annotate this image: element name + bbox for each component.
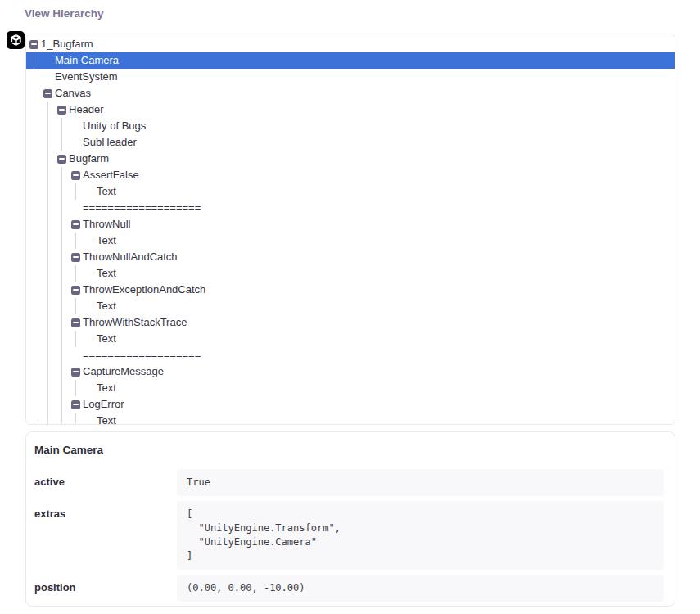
- indent-spacer: [85, 269, 94, 278]
- tree-node[interactable]: 1_Bugfarm: [29, 36, 675, 52]
- tree-node[interactable]: Text: [85, 183, 675, 200]
- tree-node[interactable]: Text: [85, 331, 675, 347]
- tree-node[interactable]: Canvas: [43, 85, 675, 102]
- tree-node[interactable]: SubHeader: [71, 134, 675, 151]
- tree-node-label: EventSystem: [55, 69, 118, 85]
- tree-node-label: Text: [97, 298, 116, 314]
- tree-node[interactable]: LogError: [71, 396, 675, 413]
- collapse-minus-icon[interactable]: [71, 286, 80, 295]
- detail-key: extras: [34, 501, 177, 570]
- tree-node-label: ===================: [83, 200, 201, 216]
- collapse-minus-icon[interactable]: [71, 220, 80, 229]
- tree-node[interactable]: Unity of Bugs: [71, 118, 675, 134]
- tree-node[interactable]: EventSystem: [43, 69, 675, 85]
- indent-spacer: [85, 417, 94, 426]
- detail-key: position: [34, 575, 177, 602]
- collapse-minus-icon[interactable]: [71, 171, 80, 180]
- collapse-minus-icon[interactable]: [71, 318, 80, 327]
- tree-node-label: Text: [97, 183, 116, 200]
- indent-spacer: [85, 237, 94, 246]
- tree-node[interactable]: Bugfarm: [57, 151, 675, 167]
- indent-spacer: [85, 335, 94, 344]
- tree-node-label: LogError: [83, 396, 124, 413]
- tree-node-label: Text: [97, 233, 116, 249]
- tree-node-label: ThrowNullAndCatch: [83, 249, 178, 265]
- tree-node[interactable]: ===================: [71, 347, 675, 363]
- tree-node-label: Text: [97, 380, 116, 396]
- unity-logo-icon: [7, 31, 25, 49]
- tree-node[interactable]: AssertFalse: [71, 167, 675, 183]
- tree-node-label: SubHeader: [83, 134, 137, 151]
- details-rows: activeTrueextras[ "UnityEngine.Transform…: [34, 469, 664, 602]
- tree-node-label: CaptureMessage: [83, 363, 164, 380]
- collapse-minus-icon[interactable]: [71, 368, 80, 377]
- tree-node[interactable]: Text: [85, 413, 675, 425]
- tree-node[interactable]: Main Camera: [43, 52, 675, 69]
- details-panel: Main Camera activeTrueextras[ "UnityEngi…: [25, 431, 675, 607]
- tree-node-label: ThrowNull: [83, 216, 131, 233]
- tree-node[interactable]: ThrowExceptionAndCatch: [71, 282, 675, 298]
- detail-row: extras[ "UnityEngine.Transform", "UnityE…: [34, 501, 664, 570]
- detail-value: True: [177, 469, 664, 496]
- tree-node-label: Header: [69, 102, 104, 118]
- detail-key: active: [34, 469, 177, 496]
- tree-node-label: ===================: [83, 347, 201, 363]
- hierarchy-tree[interactable]: 1_BugfarmMain CameraEventSystemCanvasHea…: [25, 34, 675, 425]
- tree-node-label: Unity of Bugs: [83, 118, 146, 134]
- detail-row: position(0.00, 0.00, -10.00): [34, 575, 664, 602]
- indent-spacer: [71, 122, 80, 131]
- collapse-minus-icon[interactable]: [57, 155, 66, 164]
- collapse-minus-icon[interactable]: [29, 40, 38, 49]
- tree-node[interactable]: Text: [85, 380, 675, 396]
- indent-spacer: [85, 384, 94, 393]
- collapse-minus-icon[interactable]: [57, 106, 66, 115]
- details-title: Main Camera: [34, 444, 664, 456]
- tree-node[interactable]: ===================: [71, 200, 675, 216]
- tree-node[interactable]: Text: [85, 265, 675, 282]
- tree-node-label: Main Camera: [55, 52, 119, 69]
- tree-node-label: Canvas: [55, 85, 91, 102]
- collapse-minus-icon[interactable]: [71, 253, 80, 262]
- tree-node[interactable]: Text: [85, 233, 675, 249]
- tree-node[interactable]: Text: [85, 298, 675, 314]
- tree-node-label: Bugfarm: [69, 151, 109, 167]
- detail-value: [ "UnityEngine.Transform", "UnityEngine.…: [177, 501, 664, 570]
- tree-node-label: 1_Bugfarm: [41, 36, 93, 52]
- indent-spacer: [71, 138, 80, 147]
- indent-spacer: [71, 204, 80, 213]
- tree-node-label: ThrowWithStackTrace: [83, 314, 187, 331]
- tree-node-label: Text: [97, 331, 116, 347]
- collapse-minus-icon[interactable]: [71, 400, 80, 409]
- tree-node-label: Text: [97, 413, 116, 425]
- tree-node-label: Text: [97, 265, 116, 282]
- tree-node[interactable]: Header: [57, 102, 675, 118]
- tree-node-label: ThrowExceptionAndCatch: [83, 282, 205, 298]
- collapse-minus-icon[interactable]: [43, 89, 52, 98]
- indent-spacer: [85, 187, 94, 196]
- detail-value: (0.00, 0.00, -10.00): [177, 575, 664, 602]
- indent-spacer: [71, 351, 80, 360]
- indent-spacer: [85, 302, 94, 311]
- tree-node[interactable]: ThrowWithStackTrace: [71, 314, 675, 331]
- tree-node[interactable]: ThrowNull: [71, 216, 675, 233]
- tree-node[interactable]: ThrowNullAndCatch: [71, 249, 675, 265]
- page-title: View Hierarchy: [25, 7, 104, 20]
- indent-spacer: [43, 56, 52, 65]
- indent-spacer: [43, 73, 52, 82]
- detail-row: activeTrue: [34, 469, 664, 496]
- tree-node[interactable]: CaptureMessage: [71, 363, 675, 380]
- tree-node-label: AssertFalse: [83, 167, 139, 183]
